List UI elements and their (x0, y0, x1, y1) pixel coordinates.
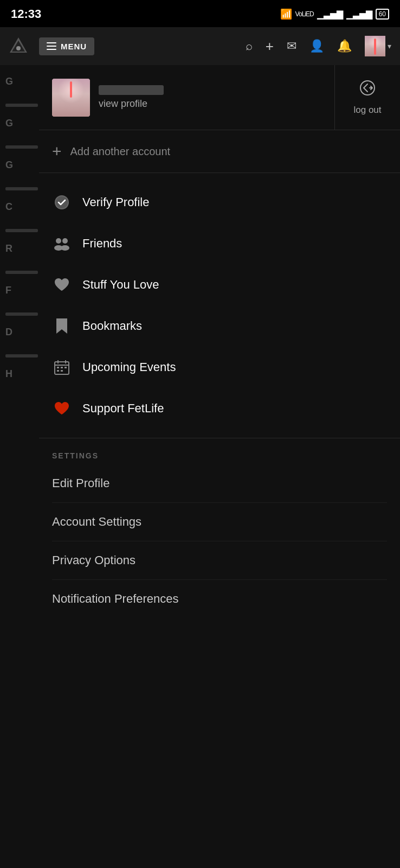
avatar-image (365, 36, 385, 56)
menu-button[interactable]: MENU (39, 37, 94, 55)
svg-rect-18 (61, 370, 63, 372)
settings-item-account-settings[interactable]: Account Settings (52, 503, 387, 541)
dropdown-menu: view profile log out + Add another accou… (39, 65, 400, 868)
menu-item-upcoming-events[interactable]: Upcoming Events (39, 347, 400, 388)
signal-indicator: VoLiED (295, 10, 314, 18)
stuff-you-love-label: Stuff You Love (82, 278, 159, 292)
battery-icon: 60 (376, 9, 389, 20)
signal-bars-2-icon: ▁▃▅▇ (346, 9, 372, 20)
svg-point-5 (56, 196, 68, 208)
svg-point-9 (61, 245, 69, 251)
avatar-drink-image (52, 79, 90, 117)
nav-icons: ⌕ + ✉ 👤 🔔 ▾ (246, 36, 391, 56)
svg-rect-15 (61, 367, 63, 368)
logout-label: log out (353, 105, 381, 116)
status-time: 12:33 (11, 7, 41, 21)
verify-profile-icon (52, 193, 72, 212)
profile-icon[interactable]: 👤 (309, 39, 324, 53)
menu-item-support-fetlife[interactable]: Support FetLife (39, 388, 400, 429)
bell-icon[interactable]: 🔔 (337, 39, 352, 53)
view-profile-button[interactable]: view profile (39, 65, 335, 130)
avatar-thumbnail (52, 79, 90, 117)
mail-icon[interactable]: ✉ (287, 39, 296, 53)
support-fetlife-label: Support FetLife (82, 401, 164, 416)
dropdown-chevron-icon: ▾ (388, 42, 391, 50)
menu-label: MENU (61, 42, 87, 51)
username-blurred (99, 85, 164, 95)
calendar-icon (52, 358, 72, 377)
menu-item-friends[interactable]: Friends (39, 223, 400, 264)
profile-section: view profile log out (39, 65, 400, 130)
status-icons: 📶 VoLiED ▁▃▅▇ ▁▃▅▇ 60 (280, 8, 389, 20)
app-logo[interactable] (9, 36, 28, 56)
settings-item-edit-profile[interactable]: Edit Profile (52, 464, 387, 503)
bookmark-icon (52, 316, 72, 336)
friends-label: Friends (82, 237, 122, 251)
settings-item-notification-preferences[interactable]: Notification Preferences (52, 580, 387, 618)
svg-rect-16 (64, 367, 67, 368)
menu-item-bookmarks[interactable]: Bookmarks (39, 305, 400, 347)
nav-bar: MENU ⌕ + ✉ 👤 🔔 ▾ (0, 27, 400, 65)
logout-button[interactable]: log out (335, 65, 400, 130)
search-icon[interactable]: ⌕ (246, 39, 253, 53)
verify-profile-label: Verify Profile (82, 195, 150, 209)
heart-gray-icon (52, 275, 72, 295)
background-left: G G G C R F D H (0, 65, 43, 868)
svg-rect-17 (57, 370, 59, 372)
svg-rect-14 (57, 367, 59, 368)
signal-bars-icon: ▁▃▅▇ (317, 9, 343, 20)
svg-point-7 (62, 238, 68, 244)
privacy-options-label: Privacy Options (52, 553, 136, 567)
svg-point-2 (16, 46, 21, 50)
settings-item-privacy-options[interactable]: Privacy Options (52, 541, 387, 580)
notification-preferences-label: Notification Preferences (52, 592, 179, 605)
logout-icon (359, 79, 376, 100)
status-bar: 12:33 📶 VoLiED ▁▃▅▇ ▁▃▅▇ 60 (0, 0, 400, 27)
view-profile-label: view profile (99, 98, 164, 110)
menu-items-list: Verify Profile Friends (39, 173, 400, 438)
add-account-label: Add another account (70, 145, 171, 158)
edit-profile-label: Edit Profile (52, 476, 109, 490)
account-settings-label: Account Settings (52, 515, 141, 528)
settings-section: SETTINGS Edit Profile Account Settings P… (39, 438, 400, 618)
settings-header: SETTINGS (52, 451, 387, 460)
user-avatar-nav[interactable]: ▾ (365, 36, 391, 56)
profile-info: view profile (99, 85, 164, 110)
profile-avatar (52, 79, 90, 117)
wifi-icon: 📶 (280, 8, 292, 20)
menu-item-verify-profile[interactable]: Verify Profile (39, 182, 400, 223)
hamburger-icon (47, 42, 56, 50)
upcoming-events-label: Upcoming Events (82, 360, 176, 374)
add-account-button[interactable]: + Add another account (39, 130, 400, 173)
svg-point-6 (56, 238, 61, 244)
add-icon[interactable]: + (266, 38, 274, 55)
menu-item-stuff-you-love[interactable]: Stuff You Love (39, 264, 400, 305)
friends-icon (52, 234, 72, 253)
add-account-icon: + (52, 142, 62, 161)
heart-red-icon (52, 399, 72, 418)
bookmarks-label: Bookmarks (82, 319, 142, 333)
main-content: G G G C R F D H (0, 65, 400, 868)
